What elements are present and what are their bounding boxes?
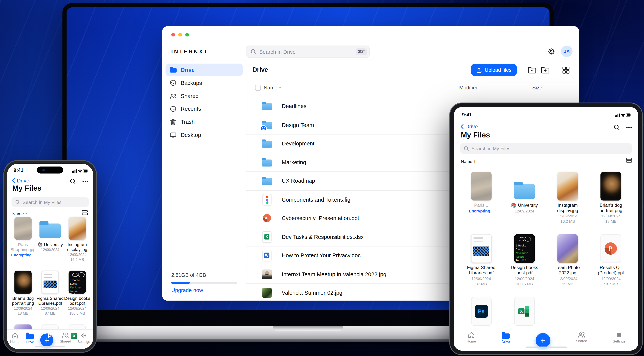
search-input[interactable]: Search in My Files — [460, 143, 632, 154]
folder-icon — [170, 66, 177, 73]
avatar[interactable]: JA — [561, 46, 572, 57]
file-card[interactable]: 5 Books EveryDesigner NeedsTo Read P X P… — [10, 217, 37, 262]
upgrade-link[interactable]: Upgrade now — [171, 287, 237, 293]
file-card[interactable]: 5 Books EveryDesigner NeedsTo Read P X P… — [546, 234, 589, 286]
column-header-name[interactable]: Name ↑ — [264, 85, 282, 91]
nav-item-drive[interactable]: Drive — [502, 330, 510, 344]
file-card[interactable]: 5 Books EveryDesigner NeedsTo Read P X P… — [460, 172, 503, 224]
file-date: 12/09/2024 — [601, 276, 621, 281]
sidebar-item-recents[interactable]: Recents — [166, 103, 243, 115]
file-card[interactable]: 5 Books EveryDesigner NeedsTo Read P X P… — [503, 234, 546, 286]
phone-screen: 9:41 Drive My Files — [7, 164, 93, 349]
file-card[interactable]: 5 Books EveryDesigner NeedsTo Read P X P… — [460, 234, 503, 286]
chevron-left-icon — [460, 124, 464, 129]
file-size: 180.6 MB — [516, 282, 533, 286]
file-card[interactable]: 5 Books EveryDesigner NeedsTo Read P X P… — [546, 172, 589, 224]
nav-item-shared[interactable]: Shared — [576, 330, 587, 343]
upload-folder-button[interactable] — [528, 66, 536, 75]
excel-icon: X — [71, 333, 77, 339]
add-file-button[interactable]: + — [536, 330, 550, 348]
file-card[interactable]: 5 Books EveryDesigner NeedsTo Read P X P… — [503, 297, 546, 326]
search-placeholder: Search in My Files — [472, 146, 510, 151]
sidebar-item-trash[interactable]: Trash — [166, 116, 243, 128]
sidebar-item-drive[interactable]: Drive — [166, 64, 243, 76]
file-name: Cybersecurity_Presentation.ppt — [282, 215, 359, 221]
column-header-size[interactable]: Size — [532, 85, 542, 91]
file-card[interactable]: 5 Books EveryDesigner NeedsTo Read P X P… — [460, 297, 503, 326]
file-thumbnail: 5 Books EveryDesigner NeedsTo Read P X P… — [471, 297, 492, 326]
upload-files-button[interactable]: Upload files — [471, 64, 517, 76]
sidebar-item-desktop[interactable]: Desktop — [166, 129, 243, 141]
file-name: Results Q1 (Product).ppt — [592, 265, 630, 276]
sort-control[interactable]: Name ↑ — [461, 159, 476, 164]
file-card[interactable]: 5 Books EveryDesigner NeedsTo Read P X P… — [36, 217, 64, 262]
window-controls — [171, 33, 189, 36]
file-card[interactable]: 5 Books EveryDesigner NeedsTo Read P X P… — [36, 271, 64, 316]
powerpoint-icon: P — [608, 245, 612, 252]
nav-item-drive[interactable]: Drive — [26, 330, 34, 344]
page-title: My Files — [12, 184, 42, 193]
signal-icon — [615, 115, 616, 117]
minimize-window-button[interactable] — [178, 33, 182, 36]
back-button[interactable]: Drive — [460, 123, 478, 130]
search-input[interactable]: Search in Drive ⌘F — [246, 46, 370, 58]
excel-icon: X — [264, 234, 270, 239]
file-type-icon: P X W — [261, 193, 273, 206]
file-card[interactable]: 5 Books EveryDesigner NeedsTo Read P X P… — [503, 172, 546, 224]
shared-badge-icon — [260, 125, 267, 132]
keyboard-shortcut-badge: ⌘F — [356, 48, 367, 55]
search-input[interactable]: Search in My Files — [12, 197, 88, 207]
nav-item-settings[interactable]: Settings — [613, 330, 625, 343]
list-view-button[interactable] — [82, 210, 88, 215]
nav-item-home[interactable]: Home — [10, 330, 20, 344]
file-size: 87 MB — [45, 311, 55, 316]
zoom-window-button[interactable] — [185, 33, 189, 36]
desktop-icon — [170, 131, 177, 138]
file-name: Development — [282, 141, 314, 147]
more-options-icon[interactable] — [83, 181, 88, 182]
nav-item-shared[interactable]: Shared — [60, 330, 71, 343]
sidebar-item-backups[interactable]: Backups — [166, 77, 243, 89]
figma-preview — [473, 246, 489, 256]
file-name: Brian's dog portrait.png — [10, 296, 37, 306]
select-all-checkbox[interactable] — [255, 85, 261, 91]
back-button[interactable]: Drive — [12, 178, 29, 183]
sidebar-item-shared[interactable]: Shared — [166, 90, 243, 102]
file-thumbnail: 5 Books EveryDesigner NeedsTo Read P X P… — [514, 234, 535, 263]
file-date: 12/09/2024 — [471, 276, 491, 281]
home-icon — [12, 332, 18, 339]
search-icon[interactable] — [70, 178, 76, 184]
file-card[interactable]: 5 Books EveryDesigner NeedsTo Read P X P… — [64, 271, 91, 316]
grid-view-button[interactable] — [562, 66, 570, 75]
file-date: 12/09/2024 — [515, 209, 534, 213]
file-name: Instagram display.jpg — [64, 242, 91, 252]
list-view-button[interactable] — [626, 157, 632, 163]
nav-item-home[interactable]: Home — [466, 330, 476, 343]
search-icon[interactable] — [614, 124, 620, 130]
figma-icon — [266, 196, 269, 204]
home-indicator[interactable] — [526, 347, 566, 348]
file-card[interactable]: 5 Books EveryDesigner NeedsTo Read P X P… — [589, 234, 632, 286]
sort-control[interactable]: Name ↑ — [12, 211, 27, 216]
gear-icon — [80, 332, 87, 339]
settings-button[interactable] — [547, 47, 556, 56]
nav-item-settings[interactable]: Settings — [78, 330, 90, 344]
file-name: Dev Tasks & Responsibilities.xlsx — [282, 234, 364, 240]
upload-icon — [476, 67, 482, 73]
home-indicator[interactable] — [35, 346, 65, 348]
file-thumbnail: 5 Books EveryDesigner NeedsTo Read P X P… — [558, 172, 578, 200]
file-card[interactable]: 5 Books EveryDesigner NeedsTo Read P X P… — [64, 217, 91, 262]
sort-arrow-icon: ↑ — [279, 85, 281, 91]
chevron-left-icon — [12, 178, 15, 183]
column-header-modified[interactable]: Modified — [459, 85, 478, 91]
file-thumbnail: 5 Books EveryDesigner NeedsTo Read P X P… — [42, 271, 59, 294]
search-icon — [15, 199, 20, 204]
file-name: Instagram display.jpg — [549, 202, 586, 213]
close-window-button[interactable] — [171, 33, 175, 36]
more-options-icon[interactable] — [626, 127, 632, 128]
file-name: Deadlines — [282, 103, 306, 109]
file-card[interactable]: 5 Books EveryDesigner NeedsTo Read P X P… — [10, 271, 37, 316]
file-name: UX Roadmap — [282, 178, 315, 184]
new-folder-button[interactable] — [540, 66, 550, 75]
file-card[interactable]: 5 Books EveryDesigner NeedsTo Read P X P… — [589, 172, 632, 224]
